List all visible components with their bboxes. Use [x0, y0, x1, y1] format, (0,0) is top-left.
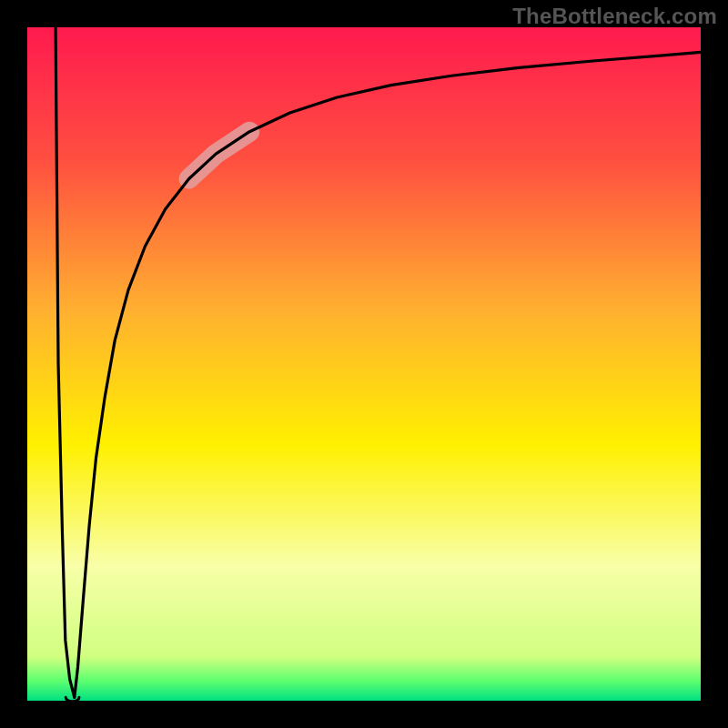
- chart-container: TheBottleneck.com: [0, 0, 728, 728]
- watermark-text: TheBottleneck.com: [512, 4, 717, 29]
- chart-plot-layer: [0, 0, 728, 728]
